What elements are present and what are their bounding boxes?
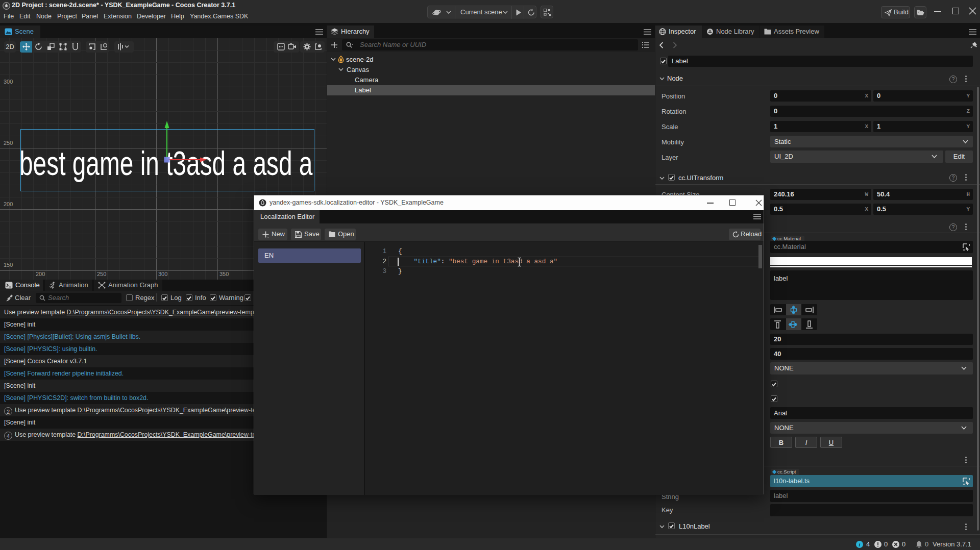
svg-text:i: i bbox=[859, 542, 861, 547]
